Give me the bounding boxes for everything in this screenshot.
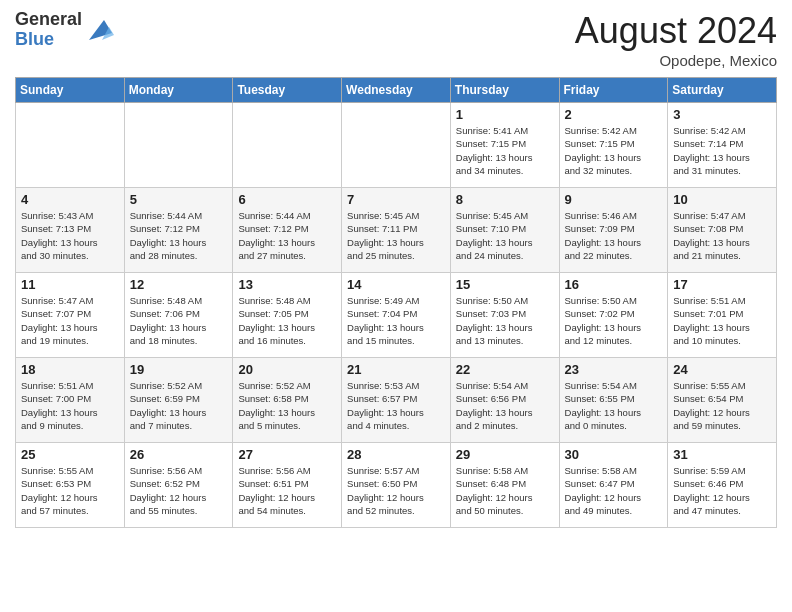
- day-number: 9: [565, 192, 663, 207]
- calendar-cell: 16Sunrise: 5:50 AM Sunset: 7:02 PM Dayli…: [559, 273, 668, 358]
- cell-content: Sunrise: 5:56 AM Sunset: 6:52 PM Dayligh…: [130, 464, 228, 517]
- day-number: 15: [456, 277, 554, 292]
- calendar-cell: 29Sunrise: 5:58 AM Sunset: 6:48 PM Dayli…: [450, 443, 559, 528]
- location-text: Opodepe, Mexico: [575, 52, 777, 69]
- cell-content: Sunrise: 5:51 AM Sunset: 7:01 PM Dayligh…: [673, 294, 771, 347]
- calendar-cell: 23Sunrise: 5:54 AM Sunset: 6:55 PM Dayli…: [559, 358, 668, 443]
- cell-content: Sunrise: 5:50 AM Sunset: 7:03 PM Dayligh…: [456, 294, 554, 347]
- calendar-cell: 7Sunrise: 5:45 AM Sunset: 7:11 PM Daylig…: [342, 188, 451, 273]
- day-number: 27: [238, 447, 336, 462]
- day-number: 24: [673, 362, 771, 377]
- cell-content: Sunrise: 5:42 AM Sunset: 7:14 PM Dayligh…: [673, 124, 771, 177]
- calendar-cell: 5Sunrise: 5:44 AM Sunset: 7:12 PM Daylig…: [124, 188, 233, 273]
- cell-content: Sunrise: 5:56 AM Sunset: 6:51 PM Dayligh…: [238, 464, 336, 517]
- cell-content: Sunrise: 5:54 AM Sunset: 6:55 PM Dayligh…: [565, 379, 663, 432]
- day-number: 2: [565, 107, 663, 122]
- day-number: 4: [21, 192, 119, 207]
- cell-content: Sunrise: 5:44 AM Sunset: 7:12 PM Dayligh…: [130, 209, 228, 262]
- cell-content: Sunrise: 5:46 AM Sunset: 7:09 PM Dayligh…: [565, 209, 663, 262]
- day-number: 20: [238, 362, 336, 377]
- weekday-header-thursday: Thursday: [450, 78, 559, 103]
- day-number: 1: [456, 107, 554, 122]
- day-number: 30: [565, 447, 663, 462]
- day-number: 12: [130, 277, 228, 292]
- cell-content: Sunrise: 5:59 AM Sunset: 6:46 PM Dayligh…: [673, 464, 771, 517]
- calendar-cell: 28Sunrise: 5:57 AM Sunset: 6:50 PM Dayli…: [342, 443, 451, 528]
- logo: General Blue: [15, 10, 114, 50]
- cell-content: Sunrise: 5:48 AM Sunset: 7:06 PM Dayligh…: [130, 294, 228, 347]
- day-number: 28: [347, 447, 445, 462]
- logo-general-text: General: [15, 10, 82, 30]
- calendar-cell: 25Sunrise: 5:55 AM Sunset: 6:53 PM Dayli…: [16, 443, 125, 528]
- cell-content: Sunrise: 5:45 AM Sunset: 7:10 PM Dayligh…: [456, 209, 554, 262]
- cell-content: Sunrise: 5:47 AM Sunset: 7:07 PM Dayligh…: [21, 294, 119, 347]
- day-number: 8: [456, 192, 554, 207]
- calendar-cell: 27Sunrise: 5:56 AM Sunset: 6:51 PM Dayli…: [233, 443, 342, 528]
- cell-content: Sunrise: 5:45 AM Sunset: 7:11 PM Dayligh…: [347, 209, 445, 262]
- calendar-week-3: 11Sunrise: 5:47 AM Sunset: 7:07 PM Dayli…: [16, 273, 777, 358]
- cell-content: Sunrise: 5:49 AM Sunset: 7:04 PM Dayligh…: [347, 294, 445, 347]
- weekday-header-wednesday: Wednesday: [342, 78, 451, 103]
- month-title: August 2024: [575, 10, 777, 52]
- calendar-week-2: 4Sunrise: 5:43 AM Sunset: 7:13 PM Daylig…: [16, 188, 777, 273]
- calendar-cell: 14Sunrise: 5:49 AM Sunset: 7:04 PM Dayli…: [342, 273, 451, 358]
- calendar-week-1: 1Sunrise: 5:41 AM Sunset: 7:15 PM Daylig…: [16, 103, 777, 188]
- calendar-cell: 12Sunrise: 5:48 AM Sunset: 7:06 PM Dayli…: [124, 273, 233, 358]
- calendar-cell: 24Sunrise: 5:55 AM Sunset: 6:54 PM Dayli…: [668, 358, 777, 443]
- calendar-cell: 20Sunrise: 5:52 AM Sunset: 6:58 PM Dayli…: [233, 358, 342, 443]
- cell-content: Sunrise: 5:52 AM Sunset: 6:59 PM Dayligh…: [130, 379, 228, 432]
- calendar-cell: 22Sunrise: 5:54 AM Sunset: 6:56 PM Dayli…: [450, 358, 559, 443]
- calendar-cell: 2Sunrise: 5:42 AM Sunset: 7:15 PM Daylig…: [559, 103, 668, 188]
- cell-content: Sunrise: 5:53 AM Sunset: 6:57 PM Dayligh…: [347, 379, 445, 432]
- cell-content: Sunrise: 5:57 AM Sunset: 6:50 PM Dayligh…: [347, 464, 445, 517]
- weekday-header-friday: Friday: [559, 78, 668, 103]
- cell-content: Sunrise: 5:43 AM Sunset: 7:13 PM Dayligh…: [21, 209, 119, 262]
- cell-content: Sunrise: 5:55 AM Sunset: 6:53 PM Dayligh…: [21, 464, 119, 517]
- calendar-table: SundayMondayTuesdayWednesdayThursdayFrid…: [15, 77, 777, 528]
- day-number: 6: [238, 192, 336, 207]
- calendar-cell: 11Sunrise: 5:47 AM Sunset: 7:07 PM Dayli…: [16, 273, 125, 358]
- day-number: 23: [565, 362, 663, 377]
- day-number: 10: [673, 192, 771, 207]
- calendar-cell: [342, 103, 451, 188]
- calendar-cell: 17Sunrise: 5:51 AM Sunset: 7:01 PM Dayli…: [668, 273, 777, 358]
- day-number: 29: [456, 447, 554, 462]
- calendar-cell: 15Sunrise: 5:50 AM Sunset: 7:03 PM Dayli…: [450, 273, 559, 358]
- title-block: August 2024 Opodepe, Mexico: [575, 10, 777, 69]
- calendar-cell: 21Sunrise: 5:53 AM Sunset: 6:57 PM Dayli…: [342, 358, 451, 443]
- calendar-cell: 6Sunrise: 5:44 AM Sunset: 7:12 PM Daylig…: [233, 188, 342, 273]
- day-number: 18: [21, 362, 119, 377]
- day-number: 13: [238, 277, 336, 292]
- calendar-cell: 18Sunrise: 5:51 AM Sunset: 7:00 PM Dayli…: [16, 358, 125, 443]
- calendar-cell: 1Sunrise: 5:41 AM Sunset: 7:15 PM Daylig…: [450, 103, 559, 188]
- cell-content: Sunrise: 5:58 AM Sunset: 6:48 PM Dayligh…: [456, 464, 554, 517]
- cell-content: Sunrise: 5:50 AM Sunset: 7:02 PM Dayligh…: [565, 294, 663, 347]
- calendar-cell: 31Sunrise: 5:59 AM Sunset: 6:46 PM Dayli…: [668, 443, 777, 528]
- calendar-cell: [16, 103, 125, 188]
- day-number: 16: [565, 277, 663, 292]
- day-number: 21: [347, 362, 445, 377]
- cell-content: Sunrise: 5:51 AM Sunset: 7:00 PM Dayligh…: [21, 379, 119, 432]
- weekday-header-saturday: Saturday: [668, 78, 777, 103]
- weekday-header-tuesday: Tuesday: [233, 78, 342, 103]
- day-number: 14: [347, 277, 445, 292]
- cell-content: Sunrise: 5:42 AM Sunset: 7:15 PM Dayligh…: [565, 124, 663, 177]
- calendar-cell: 10Sunrise: 5:47 AM Sunset: 7:08 PM Dayli…: [668, 188, 777, 273]
- calendar-week-5: 25Sunrise: 5:55 AM Sunset: 6:53 PM Dayli…: [16, 443, 777, 528]
- day-number: 25: [21, 447, 119, 462]
- day-number: 5: [130, 192, 228, 207]
- calendar-cell: [124, 103, 233, 188]
- day-number: 17: [673, 277, 771, 292]
- logo-blue-text: Blue: [15, 30, 82, 50]
- logo-icon: [84, 15, 114, 45]
- day-number: 22: [456, 362, 554, 377]
- calendar-cell: 3Sunrise: 5:42 AM Sunset: 7:14 PM Daylig…: [668, 103, 777, 188]
- cell-content: Sunrise: 5:52 AM Sunset: 6:58 PM Dayligh…: [238, 379, 336, 432]
- calendar-cell: 19Sunrise: 5:52 AM Sunset: 6:59 PM Dayli…: [124, 358, 233, 443]
- cell-content: Sunrise: 5:48 AM Sunset: 7:05 PM Dayligh…: [238, 294, 336, 347]
- weekday-header-sunday: Sunday: [16, 78, 125, 103]
- cell-content: Sunrise: 5:47 AM Sunset: 7:08 PM Dayligh…: [673, 209, 771, 262]
- day-number: 3: [673, 107, 771, 122]
- day-number: 31: [673, 447, 771, 462]
- day-number: 19: [130, 362, 228, 377]
